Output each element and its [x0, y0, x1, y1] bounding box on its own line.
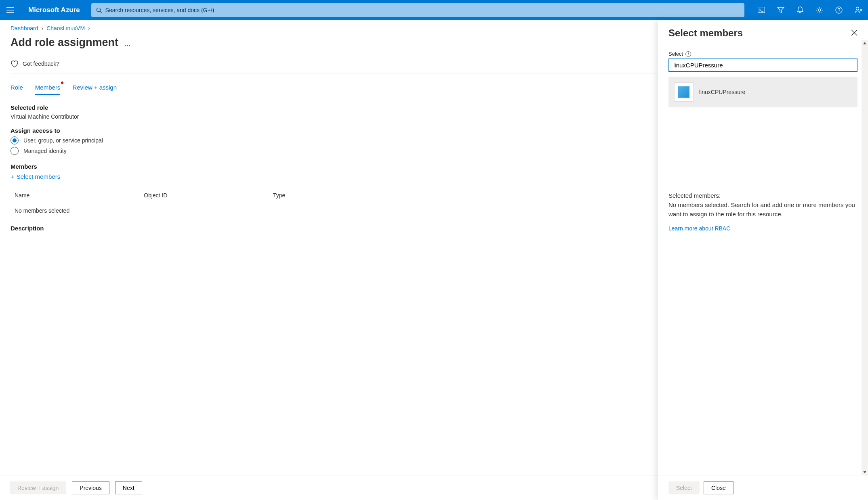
- close-icon: [851, 29, 857, 36]
- svg-point-2: [818, 9, 821, 11]
- result-tile-icon: [674, 82, 694, 102]
- col-object-id: Object ID: [144, 192, 273, 199]
- close-panel-button[interactable]: [851, 29, 857, 37]
- attention-dot-icon: [61, 82, 63, 84]
- select-field-label-row: Select i: [668, 51, 857, 57]
- select-members-panel: Select members Select i linuxCPUPressure…: [658, 20, 868, 475]
- top-utility-icons: [752, 0, 868, 20]
- plus-icon: +: [11, 173, 14, 180]
- radio-managed-identity[interactable]: [11, 147, 19, 155]
- page-title: Add role assignment: [11, 36, 118, 49]
- tab-members[interactable]: Members: [35, 82, 61, 95]
- panel-title: Select members: [668, 27, 743, 39]
- breadcrumb-resource[interactable]: ChaosLinuxVM: [46, 25, 85, 31]
- col-type: Type: [273, 192, 354, 199]
- search-icon: [96, 7, 102, 13]
- azure-top-bar: Microsoft Azure: [0, 0, 868, 20]
- select-members-text: Select members: [17, 173, 60, 180]
- global-search-input[interactable]: [105, 7, 740, 13]
- svg-point-4: [856, 7, 859, 10]
- more-actions-button[interactable]: ⋯: [125, 42, 131, 49]
- hamburger-menu-button[interactable]: [0, 0, 20, 20]
- global-search-wrap: [88, 3, 748, 17]
- tab-members-label: Members: [35, 84, 61, 91]
- brand-logo[interactable]: Microsoft Azure: [20, 6, 88, 14]
- learn-rbac-link[interactable]: Learn more about RBAC: [668, 225, 857, 232]
- help-icon[interactable]: [829, 0, 849, 20]
- search-result-item[interactable]: linuxCPUPressure: [668, 77, 857, 107]
- panel-header: Select members: [658, 20, 868, 43]
- svg-rect-1: [758, 7, 765, 13]
- selected-members-body: No members selected. Search for and add …: [668, 201, 857, 219]
- heart-icon: [11, 60, 19, 67]
- panel-info: Selected members: No members selected. S…: [668, 192, 857, 232]
- account-icon[interactable]: [849, 0, 868, 20]
- info-icon[interactable]: i: [685, 51, 691, 57]
- radio-user-group-label: User, group, or service principal: [23, 137, 103, 144]
- member-search-input[interactable]: [668, 59, 857, 72]
- col-name: Name: [15, 192, 144, 199]
- select-field-label: Select: [668, 51, 683, 57]
- global-search-box[interactable]: [91, 3, 744, 17]
- notifications-icon[interactable]: [790, 0, 810, 20]
- radio-managed-identity-label: Managed identity: [23, 148, 67, 154]
- result-name: linuxCPUPressure: [699, 89, 745, 95]
- breadcrumb-dashboard[interactable]: Dashboard: [11, 25, 38, 31]
- cloud-shell-icon[interactable]: [752, 0, 771, 20]
- panel-scrollbar[interactable]: [862, 40, 868, 475]
- chevron-right-icon: ›: [42, 25, 44, 31]
- settings-gear-icon[interactable]: [810, 0, 829, 20]
- tab-role[interactable]: Role: [11, 82, 23, 95]
- selected-members-heading: Selected members:: [668, 192, 857, 199]
- feedback-label: Got feedback?: [23, 61, 59, 67]
- radio-user-group[interactable]: [11, 136, 19, 144]
- svg-point-3: [836, 7, 842, 13]
- filter-icon[interactable]: [771, 0, 790, 20]
- chevron-right-icon: ›: [88, 25, 90, 31]
- svg-point-0: [97, 8, 100, 11]
- tab-review-assign[interactable]: Review + assign: [72, 82, 117, 95]
- panel-body: Select i linuxCPUPressure Selected membe…: [658, 43, 868, 475]
